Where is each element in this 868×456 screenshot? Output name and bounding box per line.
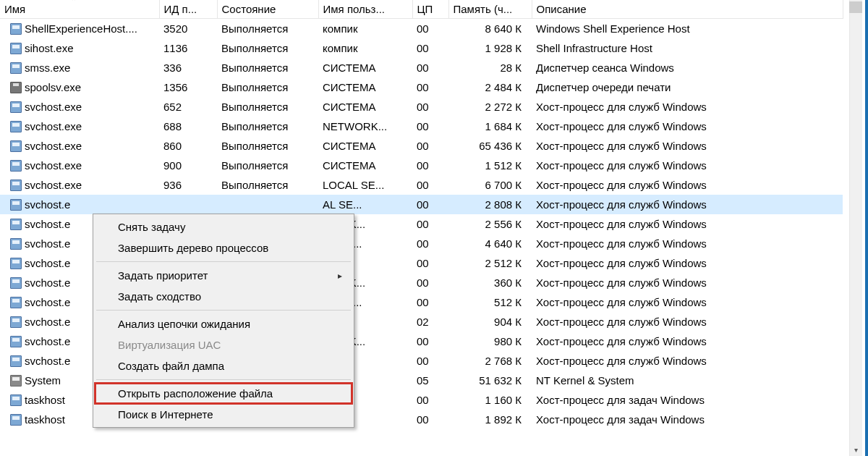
process-memory: 1 892 К [448,410,532,429]
process-pid: 936 [159,175,217,195]
process-memory: 980 К [448,332,532,351]
header-state[interactable]: Состояние [217,0,318,19]
process-memory: 512 К [448,292,532,312]
process-cpu: 00 [412,136,448,156]
header-pid[interactable]: ИД п... [159,0,217,19]
process-name: spoolsv.exe [25,81,81,93]
process-desc: Диспетчер сеанса Windows [532,58,843,77]
process-desc: Хост-процесс для служб Windows [532,253,843,273]
header-mem[interactable]: Память (ч... [448,0,532,19]
process-pid [159,195,217,214]
table-row[interactable]: svchost.eAL SE...002 808 КХост-процесс д… [0,195,843,214]
table-row[interactable]: spoolsv.exe1356ВыполняетсяСИСТЕМА002 484… [0,77,843,97]
context-menu: Снять задачу Завершить дерево процессов … [93,214,354,428]
process-name: svchost.e [25,218,70,230]
submenu-arrow-icon: ▸ [338,271,342,281]
vertical-scrollbar[interactable] [849,0,862,456]
column-headers[interactable]: Имя ⌃ ИД п... Состояние Имя польз... ЦП … [0,0,843,19]
process-pid: 900 [159,156,217,175]
process-cpu: 00 [412,390,448,410]
table-row[interactable]: svchost.exe936ВыполняетсяLOCAL SE...006 … [0,175,843,195]
menu-separator [96,310,351,311]
menu-set-priority-label: Задать приоритет [118,269,208,282]
table-row[interactable]: svchost.exe688ВыполняетсяNETWORK...001 6… [0,117,843,136]
menu-create-dump[interactable]: Создать файл дампа [95,355,352,376]
process-name: svchost.e [25,237,70,250]
process-desc: Хост-процесс для служб Windows [532,273,843,292]
process-icon [10,82,22,93]
process-icon [10,140,22,152]
process-cpu: 02 [412,312,448,332]
process-name: svchost.e [25,198,70,211]
process-memory: 1 160 К [448,390,532,410]
process-desc: Хост-процесс для служб Windows [532,136,843,156]
table-row[interactable]: sihost.exe1136Выполняетсякомпик001 928 К… [0,38,843,58]
process-state [217,195,318,214]
process-desc: Хост-процесс для задач Windows [532,410,843,429]
process-memory: 2 272 К [448,97,532,117]
process-cpu: 00 [412,58,448,77]
process-pid: 688 [159,117,217,136]
menu-open-file-location[interactable]: Открыть расположение файла [95,383,352,404]
process-icon [10,101,22,113]
menu-separator [96,261,351,262]
process-desc: Хост-процесс для служб Windows [532,117,843,136]
process-cpu: 00 [412,234,448,253]
process-desc: Хост-процесс для служб Windows [532,175,843,195]
table-row[interactable]: ShellExperienceHost....3520Выполняетсяко… [0,19,843,38]
process-memory: 4 640 К [448,234,532,253]
process-icon [10,43,22,54]
menu-set-affinity[interactable]: Задать сходство [95,286,352,307]
task-manager-details: Имя ⌃ ИД п... Состояние Имя польз... ЦП … [0,0,868,456]
process-user: СИСТЕМА [318,58,412,77]
menu-end-task[interactable]: Снять задачу [95,216,352,237]
header-desc[interactable]: Описание [532,0,843,19]
process-name: svchost.e [25,276,70,289]
process-icon [10,258,22,269]
process-pid: 1136 [159,38,217,58]
process-icon [10,219,22,230]
process-memory: 904 К [448,312,532,332]
process-desc: Хост-процесс для служб Windows [532,332,843,351]
process-desc: Хост-процесс для служб Windows [532,195,843,214]
process-desc: Хост-процесс для служб Windows [532,97,843,117]
process-cpu: 00 [412,292,448,312]
process-pid: 652 [159,97,217,117]
process-pid: 1356 [159,77,217,97]
process-state: Выполняется [217,175,318,195]
process-user: компик [318,38,412,58]
menu-end-tree[interactable]: Завершить дерево процессов [95,237,352,258]
process-name: svchost.e [25,316,70,328]
process-icon [10,355,22,367]
header-user[interactable]: Имя польз... [318,0,412,19]
menu-search-online[interactable]: Поиск в Интернете [95,404,352,425]
header-name[interactable]: Имя ⌃ [0,0,159,19]
process-icon [10,199,22,211]
header-cpu[interactable]: ЦП [412,0,448,19]
process-user: СИСТЕМА [318,97,412,117]
process-icon [10,336,22,347]
menu-analyze-wait[interactable]: Анализ цепочки ожидания [95,313,352,334]
process-pid: 860 [159,136,217,156]
table-row[interactable]: smss.exe336ВыполняетсяСИСТЕМА0028 КДиспе… [0,58,843,77]
process-memory: 1 512 К [448,156,532,175]
scroll-thumb[interactable] [849,1,862,13]
process-cpu: 00 [412,351,448,371]
process-user: компик [318,19,412,38]
scroll-down-icon[interactable]: ▾ [849,443,862,456]
process-pid: 336 [159,58,217,77]
process-state: Выполняется [217,58,318,77]
process-cpu: 00 [412,117,448,136]
process-icon [10,23,22,35]
table-row[interactable]: svchost.exe860ВыполняетсяСИСТЕМА0065 436… [0,136,843,156]
process-desc: Хост-процесс для служб Windows [532,214,843,234]
process-memory: 65 436 К [448,136,532,156]
process-memory: 2 512 К [448,253,532,273]
process-desc: Windows Shell Experience Host [532,19,843,38]
process-user: AL SE... [318,195,412,214]
menu-set-priority[interactable]: Задать приоритет ▸ [95,265,352,286]
process-cpu: 00 [412,410,448,429]
table-row[interactable]: svchost.exe900ВыполняетсяСИСТЕМА001 512 … [0,156,843,175]
table-row[interactable]: svchost.exe652ВыполняетсяСИСТЕМА002 272 … [0,97,843,117]
process-name: svchost.exe [25,159,82,172]
